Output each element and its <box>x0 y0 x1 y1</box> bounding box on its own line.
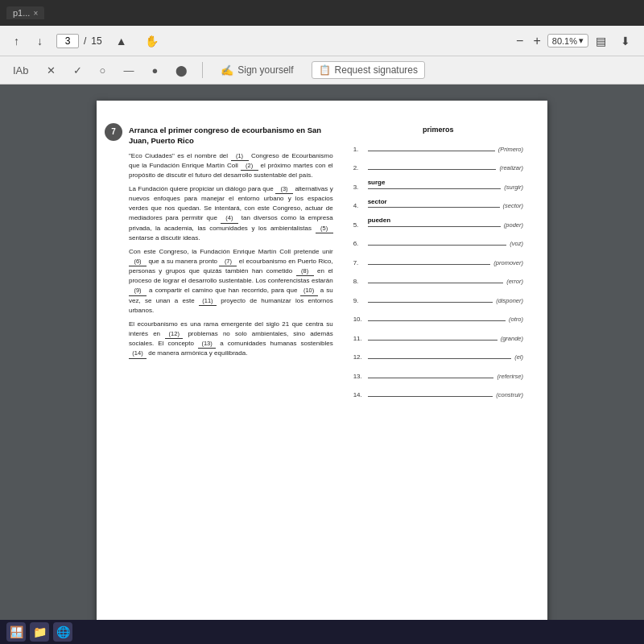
answer-item: 10. (otro) <box>353 312 523 324</box>
zoom-in-icon: + <box>533 34 540 47</box>
dot-tool-button[interactable]: ● <box>148 63 161 78</box>
answer-blank-line[interactable] <box>368 160 497 170</box>
taskbar-icon-2[interactable]: 📁 <box>30 622 49 642</box>
scroll-up-button[interactable]: ↑ <box>10 32 23 50</box>
answer-number: 12. <box>353 353 365 361</box>
zoom-in-button[interactable]: + <box>530 32 543 50</box>
answer-item: 3. surge (surgir) <box>353 180 523 192</box>
pdf-content-area: 7 Arranca el primer congreso de ecourban… <box>0 85 644 644</box>
article-paragraph-1: "Eco Ciudades" es el nombre del (1) Cong… <box>129 151 333 181</box>
down-arrow-icon: ↓ <box>37 35 43 47</box>
answer-list: 1. (Primero) 2. (realizar) 3. surge (sur… <box>353 142 523 400</box>
page-content: Arranca el primer congreso de ecourbanis… <box>129 125 523 407</box>
pdf-toolbar-second: IAb ✕ ✓ ○ — ● ⬤ ✍ Sign yourself 📋 Reques… <box>0 56 644 85</box>
filled-circle-tool-button[interactable]: ⬤ <box>172 63 191 78</box>
answer-item: 12. (el) <box>353 349 523 362</box>
blank-2: (2) <box>241 161 258 171</box>
answer-blank-line[interactable] <box>368 369 494 378</box>
answer-item: 9. (disponer) <box>353 293 523 306</box>
request-icon: 📋 <box>319 64 331 76</box>
article-left-column: Arranca el primer congreso de ecourbanis… <box>129 125 333 407</box>
request-label: Request signatures <box>335 64 418 76</box>
layout-icon-1: ▤ <box>596 35 606 47</box>
answer-item: 2. (realizar) <box>353 160 523 173</box>
article-paragraph-3: Con este Congreso, la Fundación Enrique … <box>129 247 333 316</box>
browser-taskbar: p1... × <box>0 0 644 26</box>
answer-number: 14. <box>353 390 365 399</box>
cursor-tool-button[interactable]: ▲ <box>112 32 131 50</box>
article-paragraph-4: El ecourbanismo es una rama emergente de… <box>129 320 333 359</box>
blank-13: (13) <box>198 339 216 349</box>
page-number-input[interactable] <box>56 34 79 48</box>
answer-blank-line[interactable]: surge <box>368 180 502 189</box>
layout-button-1[interactable]: ▤ <box>592 32 610 50</box>
article-body: "Eco Ciudades" es el nombre del (1) Cong… <box>129 151 333 359</box>
zoom-level-display[interactable]: 80.1% ▾ <box>547 34 588 47</box>
pdf-page: 7 Arranca el primer congreso de ecourban… <box>97 101 547 644</box>
answer-number: 6. <box>353 239 365 248</box>
answer-blank-line[interactable] <box>368 387 493 397</box>
answer-item: 14. (construir) <box>353 387 523 400</box>
hand-icon: ✋ <box>145 35 159 47</box>
tab-close-button[interactable]: × <box>33 9 38 18</box>
sign-label: Sign yourself <box>237 64 293 76</box>
delete-tool-button[interactable]: ✕ <box>43 63 59 78</box>
answer-item: 11. (grande) <box>353 331 523 344</box>
answer-number: 10. <box>353 315 365 324</box>
answer-blank-line[interactable] <box>368 236 507 246</box>
answer-number: 1. <box>353 145 365 154</box>
answer-right-column: primeros 1. (Primero) 2. (realizar) 3. s… <box>349 125 523 407</box>
answer-hint: (otro) <box>509 316 523 324</box>
answer-blank-line[interactable]: pueden <box>368 217 501 227</box>
article-title: Arranca el primer congreso de ecourbanis… <box>129 125 333 147</box>
answer-number: 8. <box>353 277 365 286</box>
text-tool-button[interactable]: IAb <box>10 63 32 78</box>
answer-hint: (construir) <box>496 391 523 400</box>
answer-number: 7. <box>353 258 365 267</box>
answer-blank-line[interactable] <box>368 274 504 283</box>
blank-4: (4) <box>221 213 238 223</box>
browser-tab[interactable]: p1... × <box>6 6 44 19</box>
answer-filled-value: pueden <box>368 216 390 225</box>
answer-blank-line[interactable]: sector <box>368 198 500 208</box>
windows-taskbar: 🪟 📁 🌐 <box>0 620 644 644</box>
blank-8: (8) <box>296 266 314 276</box>
answer-blank-line[interactable] <box>368 349 512 359</box>
answer-filled-value: sector <box>368 197 387 206</box>
download-button[interactable]: ⬇ <box>617 32 634 50</box>
blank-9: (9) <box>129 286 147 295</box>
answer-hint: (sector) <box>503 202 523 211</box>
blank-3: (3) <box>275 184 293 194</box>
circle-tool-button[interactable]: ○ <box>97 63 109 78</box>
taskbar-icon-1[interactable]: 🪟 <box>6 622 26 642</box>
hand-tool-button[interactable]: ✋ <box>141 32 163 50</box>
dash-tool-button[interactable]: — <box>120 63 137 78</box>
answer-blank-line[interactable] <box>368 312 506 321</box>
answer-hint: (promover) <box>493 259 523 268</box>
scroll-down-button[interactable]: ↓ <box>33 32 47 50</box>
article-paragraph-2: La Fundación quiere propiciar un diálogo… <box>129 184 333 243</box>
answer-blank-line[interactable] <box>368 293 493 303</box>
answer-hint: (disponer) <box>496 297 523 306</box>
tab-label: p1... <box>13 8 30 18</box>
blank-1: (1) <box>231 151 249 161</box>
answer-number: 2. <box>353 163 365 172</box>
answer-item: 7. (promover) <box>353 255 523 268</box>
right-column-title: primeros <box>353 125 523 135</box>
zoom-out-button[interactable]: − <box>513 32 526 50</box>
answer-blank-line[interactable] <box>368 331 497 341</box>
zoom-dropdown-icon: ▾ <box>579 35 584 46</box>
sign-yourself-button[interactable]: ✍ Sign yourself <box>214 62 299 79</box>
answer-blank-line[interactable] <box>368 142 495 151</box>
cursor-icon: ▲ <box>116 35 127 47</box>
blank-7: (7) <box>219 257 237 266</box>
answer-item: 13. (referirse) <box>353 369 523 382</box>
answer-blank-line[interactable] <box>368 255 491 265</box>
taskbar-icon-3[interactable]: 🌐 <box>53 622 72 642</box>
check-tool-button[interactable]: ✓ <box>70 63 85 78</box>
answer-item: 6. (voz) <box>353 236 523 249</box>
zoom-level-value: 80.1% <box>552 36 577 46</box>
answer-number: 3. <box>353 183 365 192</box>
answer-hint: (referirse) <box>497 373 523 382</box>
request-signatures-button[interactable]: 📋 Request signatures <box>312 61 425 79</box>
